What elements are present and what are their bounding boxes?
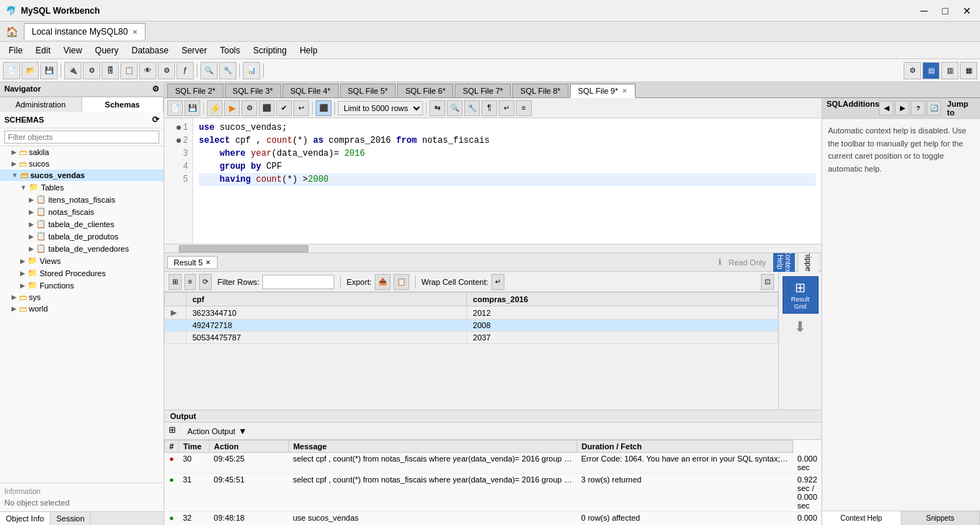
menu-edit[interactable]: Edit <box>30 44 56 57</box>
tb-func[interactable]: ƒ <box>177 62 194 79</box>
nav-toggle-btn[interactable]: 🔄 <box>927 101 941 115</box>
menu-scripting[interactable]: Scripting <box>247 44 293 57</box>
schema-refresh-icon[interactable]: ⟳ <box>152 115 159 125</box>
tree-item-notas-fiscais[interactable]: ▶ 📋 notas_fiscais <box>0 206 164 218</box>
scroll-thumb[interactable] <box>179 245 308 252</box>
sql-tab-close[interactable]: ✕ <box>622 87 628 94</box>
tb-stop[interactable]: ⬛ <box>259 100 275 116</box>
tb-perf-dash[interactable]: 📊 <box>243 62 260 79</box>
tree-item-sucos-vendas[interactable]: ▼ 🗃 sucos_vendas <box>0 169 164 181</box>
tb-save-file[interactable]: 💾 <box>40 62 58 79</box>
menu-server[interactable]: Server <box>176 44 213 57</box>
output-row[interactable]: ● 31 09:45:51 select cpf , count(*) from… <box>165 473 822 511</box>
tb-open-file[interactable]: 📂 <box>22 62 39 79</box>
result-row-1[interactable]: ▶ 3623344710 2012 <box>165 306 778 319</box>
navigator-options-icon[interactable]: ⚙ <box>152 84 159 94</box>
export-opt-btn[interactable]: 📋 <box>393 274 409 290</box>
result-row-3[interactable]: 50534475787 2037 <box>165 332 778 344</box>
menu-view[interactable]: View <box>58 44 88 57</box>
tb-connect[interactable]: 🔌 <box>64 62 81 79</box>
sql-tab-4[interactable]: SQL File 6* <box>397 84 453 97</box>
menu-database[interactable]: Database <box>126 44 174 57</box>
cell-cpf[interactable]: 3623344710 <box>187 306 467 319</box>
result-row-2[interactable]: 492472718 2008 <box>165 319 778 332</box>
menu-query[interactable]: Query <box>89 44 125 57</box>
cell-compras[interactable]: 2008 <box>467 319 778 332</box>
tree-item-tables[interactable]: ▼ 📁 Tables <box>0 181 164 193</box>
tb-proc[interactable]: ⚙ <box>158 62 175 79</box>
tb-search[interactable]: 🔍 <box>200 62 218 79</box>
limit-rows-select[interactable]: Limit to 5000 rows Limit to 1000 rows No… <box>338 101 423 115</box>
instance-tab[interactable]: Local instance MySQL80 ✕ <box>24 23 146 40</box>
filter-input[interactable] <box>262 275 334 289</box>
tb-disconnect[interactable]: ⚙ <box>83 62 100 79</box>
tb-schema[interactable]: 🗄 <box>102 62 119 79</box>
sidebar-tab-administration[interactable]: Administration <box>0 97 82 112</box>
tb-execute-all[interactable]: ⚡ <box>207 100 223 116</box>
cell-cpf[interactable]: 492472718 <box>187 319 467 332</box>
output-icon[interactable]: ⊞ <box>169 425 182 438</box>
tb-commit[interactable]: ✔ <box>276 100 292 116</box>
sidebar-tab-schemas[interactable]: Schemas <box>82 97 164 112</box>
col-compras-2016[interactable]: compras_2016 <box>467 293 778 306</box>
tree-item-sys[interactable]: ▶ 🗃 sys <box>0 291 164 303</box>
editor-scrollbar[interactable] <box>164 244 821 253</box>
tree-item-views[interactable]: ▶ 📁 Views <box>0 255 164 267</box>
tree-item-functions[interactable]: ▶ 📁 Functions <box>0 279 164 291</box>
col-cpf[interactable]: cpf <box>187 293 467 306</box>
sql-tab-7[interactable]: SQL File 9* ✕ <box>570 84 636 98</box>
sql-editor[interactable]: 1 2 3 4 5 <box>164 118 821 244</box>
sql-content[interactable]: use sucos_vendas; select cpf , count(*) … <box>193 118 821 244</box>
instance-tab-close[interactable]: ✕ <box>132 28 138 36</box>
result-form-btn[interactable]: ≡ <box>184 274 196 290</box>
sql-tab-1[interactable]: SQL File 3* <box>225 84 281 97</box>
tb-toggle-output[interactable]: ⬛ <box>316 100 331 116</box>
sql-add-tab-context-help[interactable]: Context Help <box>822 511 901 525</box>
tree-item-sakila[interactable]: ▶ 🗃 sakila <box>0 146 164 158</box>
tree-item-tabela-vendedores[interactable]: ▶ 📋 tabela_de_vendedores <box>0 242 164 255</box>
tb-save-query[interactable]: 💾 <box>184 100 200 116</box>
tb-rollback[interactable]: ↩ <box>293 100 309 116</box>
cell-compras[interactable]: 2012 <box>467 306 778 319</box>
result-refresh-btn[interactable]: ⟳ <box>199 274 212 290</box>
tb-format-query[interactable]: ⇆ <box>429 100 445 116</box>
tree-item-stored-procs[interactable]: ▶ 📁 Stored Procedures <box>0 267 164 279</box>
output-row[interactable]: ● 30 09:45:25 select cpf , count(*) from… <box>165 453 822 474</box>
tree-item-tabela-clientes[interactable]: ▶ 📋 tabela_de_clientes <box>0 218 164 230</box>
sql-tab-0[interactable]: SQL File 2* <box>167 84 223 97</box>
cell-cpf[interactable]: 50534475787 <box>187 332 467 344</box>
wrap-btn[interactable]: ↵ <box>491 274 504 290</box>
toggle-panel-btn[interactable]: ⊡ <box>761 274 774 290</box>
output-row[interactable]: ● 32 09:48:18 use sucos_vendas 0 row(s) … <box>165 511 822 525</box>
nav-fwd-btn[interactable]: ▶ <box>895 101 909 115</box>
sql-tab-3[interactable]: SQL File 5* <box>340 84 396 97</box>
tb-view1[interactable]: ▤ <box>922 62 940 79</box>
tb-new-query[interactable]: 📄 <box>167 100 183 116</box>
schema-search-input[interactable] <box>4 131 159 144</box>
tree-item-sucos[interactable]: ▶ 🗃 sucos <box>0 158 164 169</box>
tb-settings[interactable]: ⚙ <box>904 62 921 79</box>
tb-view2[interactable]: ▥ <box>941 62 958 79</box>
close-button[interactable]: ✕ <box>960 5 974 17</box>
tb-inspector[interactable]: 🔧 <box>219 62 236 79</box>
sql-tab-5[interactable]: SQL File 7* <box>455 84 511 97</box>
tb-view[interactable]: 👁 <box>139 62 156 79</box>
tb-invisibles[interactable]: ¶ <box>481 100 497 116</box>
tb-find-replace[interactable]: 🔧 <box>464 100 480 116</box>
expand-down-icon[interactable]: ⬇ <box>783 318 819 335</box>
menu-file[interactable]: File <box>3 44 28 57</box>
nav-context-btn[interactable]: ? <box>911 101 925 115</box>
sql-tab-2[interactable]: SQL File 4* <box>282 84 339 97</box>
result-tab-5[interactable]: Result 5 ✕ <box>167 256 218 269</box>
action-output-dropdown[interactable]: ▼ <box>239 426 247 436</box>
cell-compras[interactable]: 2037 <box>467 332 778 344</box>
tb-wrap-lines[interactable]: ↵ <box>499 100 514 116</box>
result-tab-close[interactable]: ✕ <box>205 259 211 266</box>
tree-item-tabela-produtos[interactable]: ▶ 📋 tabela_de_produtos <box>0 230 164 242</box>
sql-add-tab-snippets[interactable]: Snippets <box>901 511 981 525</box>
sql-tab-6[interactable]: SQL File 8* <box>512 84 569 97</box>
tb-table[interactable]: 📋 <box>120 62 138 79</box>
tb-view3[interactable]: ▦ <box>960 62 977 79</box>
result-grid-view-btn[interactable]: ⊞ ResultGrid <box>783 276 819 314</box>
menu-tools[interactable]: Tools <box>214 44 246 57</box>
